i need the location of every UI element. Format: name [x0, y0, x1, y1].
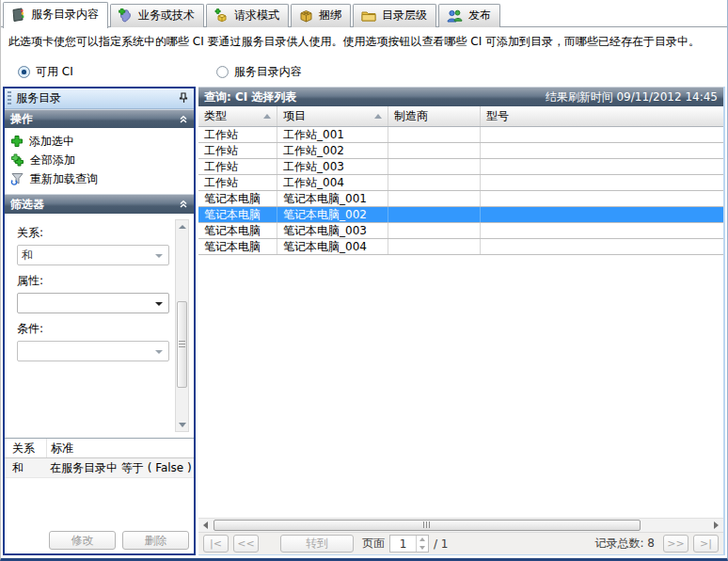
tab-label: 请求模式	[234, 8, 279, 24]
action-reload-query[interactable]: 重新加载查询	[5, 169, 194, 188]
tab-label: 发布	[468, 8, 491, 24]
spinner-arrows[interactable]	[416, 536, 428, 552]
next-page-button[interactable]: >>	[663, 535, 688, 553]
condition-select[interactable]	[17, 341, 169, 361]
scrollbar-thumb[interactable]	[214, 520, 641, 531]
tab-service-catalog-content[interactable]: 服务目录内容	[3, 2, 108, 28]
actions-list: 添加选中 全部添加 重新加载查询	[5, 128, 194, 194]
column-header-model[interactable]: 型号	[481, 106, 723, 126]
table-row[interactable]: 笔记本电脑 笔记本电脑_004	[198, 239, 723, 255]
radio-unselected-icon	[216, 66, 229, 78]
criteria-empty-space	[5, 478, 194, 528]
view-options: 可用 CI 服务目录内容	[18, 64, 727, 79]
table-row[interactable]: 笔记本电脑 笔记本电脑_003	[198, 223, 723, 239]
add-all-icon	[10, 153, 24, 167]
page-number-spinner[interactable]: 1	[389, 535, 429, 553]
tab-bundle[interactable]: 捆绑	[291, 4, 351, 27]
delete-button[interactable]: 删除	[122, 531, 189, 550]
table-row[interactable]: 工作站 工作站_001	[198, 127, 723, 143]
table-row[interactable]: 笔记本电脑 笔记本电脑_001	[198, 191, 723, 207]
book-icon	[10, 8, 26, 23]
attribute-label: 属性:	[17, 273, 169, 289]
tab-bar: 服务目录内容 业务或技术 请求模式 捆绑 目录层级 发布	[1, 0, 727, 27]
radio-selected-icon	[18, 66, 30, 78]
table-row-selected[interactable]: 笔记本电脑 笔记本电脑_002	[198, 207, 723, 223]
filter-panel-header[interactable]: 筛选器	[5, 194, 194, 214]
radio-available-ci[interactable]: 可用 CI	[18, 64, 73, 80]
criteria-col-standard: 标准	[46, 439, 194, 457]
criteria-relation-value: 和	[5, 460, 46, 476]
refresh-time: 结果刷新时间 09/11/2012 14:45	[546, 89, 718, 105]
scroll-left-icon[interactable]	[198, 520, 213, 532]
filter-panel-title: 筛选器	[10, 197, 44, 213]
condition-label: 条件:	[17, 321, 169, 337]
criteria-row[interactable]: 和 在服务目录中 等于 ( False )	[5, 458, 194, 478]
tab-catalog-hierarchy[interactable]: 目录层级	[353, 4, 436, 27]
tab-label: 捆绑	[319, 8, 341, 24]
column-header-manufacturer[interactable]: 制造商	[388, 106, 481, 126]
attribute-select[interactable]	[17, 293, 169, 313]
radio-label: 可用 CI	[36, 64, 73, 80]
criteria-header-row: 关系 标准	[5, 439, 194, 458]
query-title: 查询: CI 选择列表	[204, 89, 296, 105]
last-page-button[interactable]: >|	[693, 535, 719, 553]
actions-panel-title: 操作	[10, 111, 33, 127]
action-label: 全部添加	[30, 152, 75, 168]
page-number-value: 1	[390, 536, 416, 552]
tab-label: 业务或技术	[138, 8, 195, 24]
table-empty-area	[198, 255, 723, 518]
people-icon	[446, 8, 464, 24]
scrollbar-track[interactable]	[213, 520, 709, 532]
query-header-bar: 查询: CI 选择列表 结果刷新时间 09/11/2012 14:45	[198, 87, 723, 106]
scrollbar-thumb[interactable]	[177, 301, 187, 388]
sidebar-title-bar[interactable]: 服务目录	[5, 88, 194, 109]
scroll-down-icon[interactable]	[176, 419, 188, 431]
pagination-bar: |< << 转到 页面 1 / 1 记录总数: 8 >> >|	[198, 532, 723, 554]
filter-vertical-scrollbar[interactable]	[175, 219, 189, 432]
tab-label: 目录层级	[382, 8, 427, 24]
action-add-all[interactable]: 全部添加	[5, 151, 194, 169]
records-total: 记录总数: 8	[595, 536, 656, 552]
ci-selection-panel: 查询: CI 选择列表 结果刷新时间 09/11/2012 14:45 类型 项…	[198, 87, 725, 555]
tab-business-or-technical[interactable]: 业务或技术	[110, 4, 204, 27]
table-column-headers: 类型 项目 制造商 型号	[198, 106, 723, 127]
actions-panel-header[interactable]: 操作	[5, 109, 194, 129]
service-catalog-sidebar: 服务目录 操作 添加选中 全部添加 重新加载查询 筛选器	[3, 87, 196, 555]
criteria-standard-value: 在服务目录中 等于 ( False )	[46, 460, 194, 476]
folder-icon	[360, 8, 377, 24]
reload-query-icon	[10, 172, 24, 185]
radio-catalog-content[interactable]: 服务目录内容	[216, 64, 302, 80]
table-row[interactable]: 工作站 工作站_002	[198, 143, 723, 159]
modify-button[interactable]: 修改	[49, 531, 116, 550]
collapse-chevron-icon[interactable]	[179, 200, 188, 209]
sort-asc-icon	[374, 110, 382, 119]
first-page-button[interactable]: |<	[203, 535, 229, 553]
column-header-type[interactable]: 类型	[198, 106, 277, 126]
action-label: 添加选中	[29, 134, 74, 150]
page-label: 页面	[362, 536, 385, 552]
relation-select[interactable]: 和	[17, 245, 169, 265]
tab-request-mode[interactable]: 请求模式	[206, 4, 289, 27]
goto-page-button[interactable]: 转到	[280, 535, 354, 553]
action-add-selected[interactable]: 添加选中	[5, 132, 194, 151]
package-icon	[298, 8, 314, 24]
table-row[interactable]: 工作站 工作站_003	[198, 159, 723, 175]
relation-value: 和	[22, 248, 33, 264]
scroll-right-icon[interactable]	[709, 520, 723, 532]
drag-grip-icon[interactable]	[8, 91, 11, 104]
collapse-chevron-icon[interactable]	[179, 115, 188, 124]
spin-down-icon[interactable]	[417, 544, 428, 553]
filter-panel-body: 关系: 和 属性: 条件:	[5, 214, 194, 438]
pin-icon[interactable]	[179, 92, 189, 104]
prev-page-button[interactable]: <<	[233, 535, 259, 553]
scroll-up-icon[interactable]	[176, 220, 188, 232]
spin-up-icon[interactable]	[417, 536, 428, 544]
horizontal-scrollbar[interactable]	[198, 518, 723, 532]
service-catalog-window: 服务目录内容 业务或技术 请求模式 捆绑 目录层级 发布 此选项卡使您可以指定系…	[0, 0, 728, 561]
table-row[interactable]: 工作站 工作站_004	[198, 175, 723, 191]
tab-publish[interactable]: 发布	[438, 4, 500, 27]
tab-description: 此选项卡使您可以指定系统中的哪些 CI 要通过服务目录供人使用。使用选项按钮以查…	[1, 27, 727, 49]
column-header-item[interactable]: 项目	[277, 106, 388, 126]
add-selected-icon	[10, 135, 24, 148]
radio-label: 服务目录内容	[234, 64, 302, 80]
